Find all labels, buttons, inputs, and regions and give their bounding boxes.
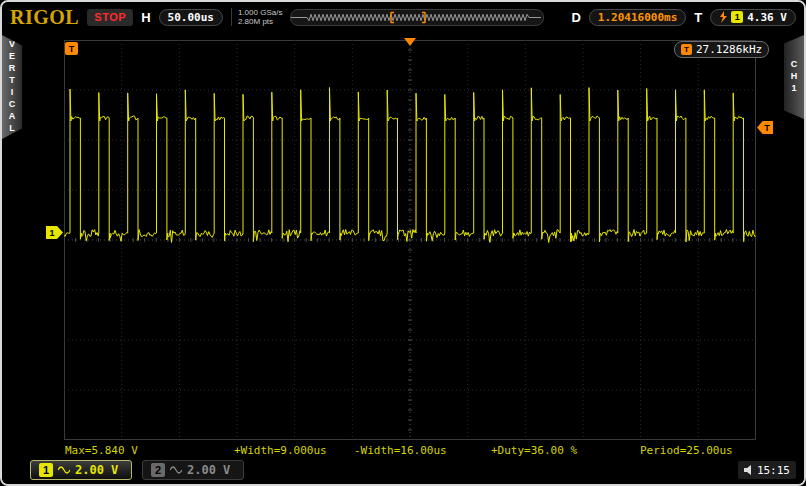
ch1-menu-tab[interactable]: CH1 <box>784 35 804 119</box>
trigger-label: T <box>694 10 702 25</box>
delay-label: D <box>571 10 580 25</box>
ch1-coupling-icon <box>58 466 70 474</box>
timebase-readout: 50.00us <box>159 9 223 26</box>
ch1-scale: 2.00 V <box>75 463 118 477</box>
topbar: RIGOL STOP H 50.00us 1.000 GSa/s 2.80M p… <box>2 2 804 32</box>
trigger-readout: 1 4.36 V <box>710 9 796 26</box>
bottombar: 1 2.00 V 2 2.00 V 15:15 <box>2 456 804 484</box>
ch2-badge: 2 <box>151 463 165 477</box>
horizontal-label: H <box>141 10 150 25</box>
frequency-counter: T 27.1286kHz <box>674 41 769 58</box>
ch2-coupling-icon <box>170 466 182 474</box>
display-area: T T 27.1286kHz T 1 Max=5.840 V +Width=9.… <box>2 32 804 456</box>
graticule-and-waveform <box>64 40 756 440</box>
memory-preview-waveform-icon <box>291 10 541 25</box>
frequency-value: 27.1286kHz <box>696 43 762 56</box>
counter-trigger-icon: T <box>681 44 692 55</box>
rigol-logo: RIGOL <box>10 6 79 29</box>
ch1-status-button[interactable]: 1 2.00 V <box>30 460 132 480</box>
memory-waveform-preview <box>290 9 544 26</box>
delay-readout: 1.20416000ms <box>589 9 686 26</box>
oscilloscope-screen: RIGOL STOP H 50.00us 1.000 GSa/s 2.80M p… <box>0 0 806 486</box>
speaker-icon <box>744 465 754 475</box>
clock-area: 15:15 <box>738 461 796 479</box>
trigger-source-badge: 1 <box>731 11 743 23</box>
delay-value: 1.20416000ms <box>598 11 677 24</box>
vertical-menu-tab[interactable]: VERTICAL <box>2 35 22 139</box>
trigger-position-arrow[interactable] <box>404 38 416 46</box>
ch2-status-button[interactable]: 2 2.00 V <box>142 460 244 480</box>
run-state-badge[interactable]: STOP <box>87 9 133 26</box>
sample-rate: 1.000 GSa/s <box>238 8 282 17</box>
trigger-level-readout: 4.36 V <box>747 11 787 24</box>
trigger-position-badge: T <box>65 42 78 55</box>
trigger-slope-icon <box>719 11 727 23</box>
ch2-scale: 2.00 V <box>187 463 230 477</box>
ch1-badge: 1 <box>39 463 53 477</box>
channel1-offset-marker[interactable]: 1 <box>46 226 63 239</box>
trigger-level-marker[interactable]: T <box>757 121 773 134</box>
clock-time: 15:15 <box>757 464 790 477</box>
memory-depth: 2.80M pts <box>238 17 282 26</box>
acquisition-info: 1.000 GSa/s 2.80M pts <box>231 8 282 26</box>
